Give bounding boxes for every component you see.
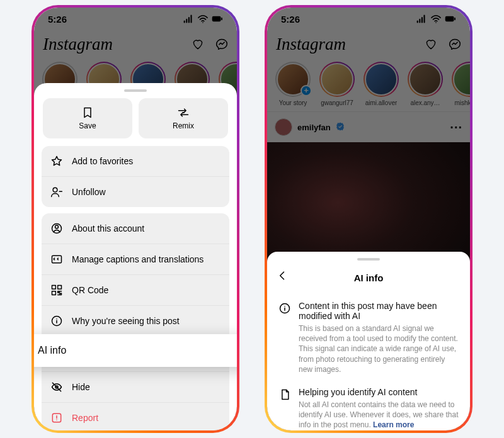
info-icon xyxy=(278,302,291,315)
document-icon xyxy=(278,388,291,401)
captions-icon xyxy=(50,253,63,266)
ai-info-item[interactable]: AI info xyxy=(34,334,237,367)
phone-right: 5:26 Instagram + Your story xyxy=(265,5,472,433)
svg-point-2 xyxy=(53,188,57,192)
unfollow-icon xyxy=(50,186,63,198)
star-icon xyxy=(50,155,63,167)
bookmark-icon xyxy=(81,106,94,119)
sheet-grabber[interactable] xyxy=(124,89,147,92)
save-button[interactable]: Save xyxy=(43,98,132,138)
info-title-2: Helping you identify AI content xyxy=(299,387,459,397)
svg-point-4 xyxy=(55,225,59,228)
report-label: Report xyxy=(72,413,98,423)
why-seeing-item[interactable]: Why you're seeing this post xyxy=(42,305,229,336)
info-title-1: Content in this post may have been modif… xyxy=(299,301,459,321)
ai-info-block-2: Helping you identify AI content Not all … xyxy=(267,381,470,430)
captions-item[interactable]: Manage captions and translations xyxy=(42,244,229,274)
learn-more-link[interactable]: Learn more xyxy=(373,420,414,429)
info-body-1: This is based on a standard AI signal we… xyxy=(299,323,459,374)
save-label: Save xyxy=(79,121,96,130)
info-icon xyxy=(50,315,63,327)
svg-rect-6 xyxy=(52,286,56,289)
remix-label: Remix xyxy=(173,121,194,130)
remix-button[interactable]: Remix xyxy=(139,98,228,138)
back-button[interactable] xyxy=(276,269,289,286)
chevron-left-icon xyxy=(276,269,289,282)
captions-label: Manage captions and translations xyxy=(72,254,203,264)
phone-left: 5:26 Instagram + Your story xyxy=(32,5,239,433)
qr-code-label: QR Code xyxy=(72,285,108,295)
unfollow-label: Unfollow xyxy=(72,187,106,197)
account-icon xyxy=(50,222,63,235)
report-icon xyxy=(50,412,63,424)
add-favorites-item[interactable]: Add to favorites xyxy=(42,146,229,176)
sheet-title: AI info xyxy=(267,272,470,283)
sheet-grabber[interactable] xyxy=(357,258,380,261)
ai-info-block-1: Content in this post may have been modif… xyxy=(267,295,470,381)
info-body-2: Not all AI content contains the data we … xyxy=(299,400,459,430)
action-sheet: Save Remix Add to favorites Unfollow xyxy=(34,83,237,430)
report-item[interactable]: Report xyxy=(42,402,229,430)
qr-icon xyxy=(50,284,63,296)
remix-icon xyxy=(177,106,190,119)
qr-code-item[interactable]: QR Code xyxy=(42,274,229,305)
ai-info-sheet: AI info Content in this post may have be… xyxy=(267,252,470,430)
about-account-item[interactable]: About this account xyxy=(42,213,229,244)
hide-icon xyxy=(50,381,63,393)
why-seeing-label: Why you're seeing this post xyxy=(72,316,180,326)
svg-rect-7 xyxy=(58,286,62,289)
hide-item[interactable]: Hide xyxy=(42,371,229,402)
ai-info-label: AI info xyxy=(38,345,66,356)
unfollow-item[interactable]: Unfollow xyxy=(42,176,229,207)
add-favorites-label: Add to favorites xyxy=(72,156,133,166)
about-account-label: About this account xyxy=(72,223,144,233)
hide-label: Hide xyxy=(72,382,90,392)
svg-rect-8 xyxy=(52,291,56,295)
